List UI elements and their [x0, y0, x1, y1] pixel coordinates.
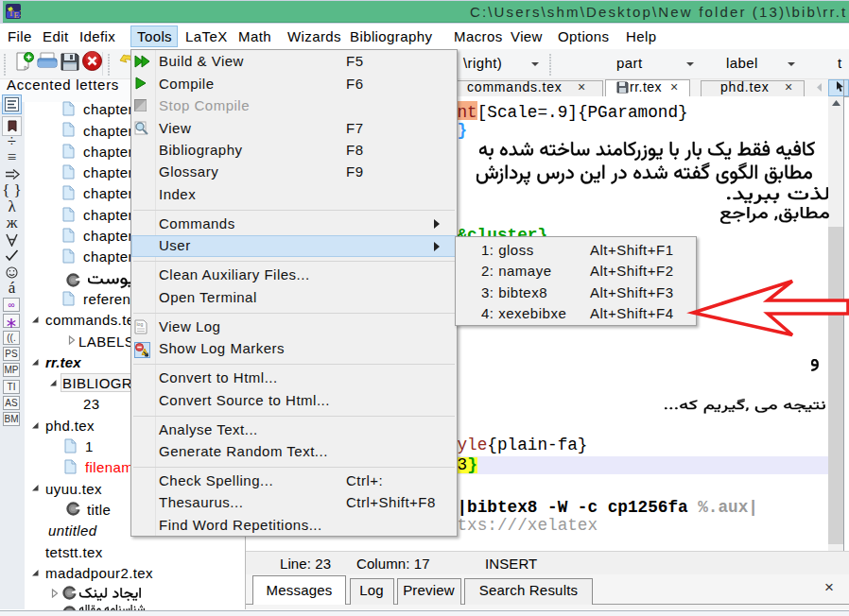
svg-text:TEX: TEX [9, 9, 21, 19]
svg-text:log: log [137, 321, 144, 327]
